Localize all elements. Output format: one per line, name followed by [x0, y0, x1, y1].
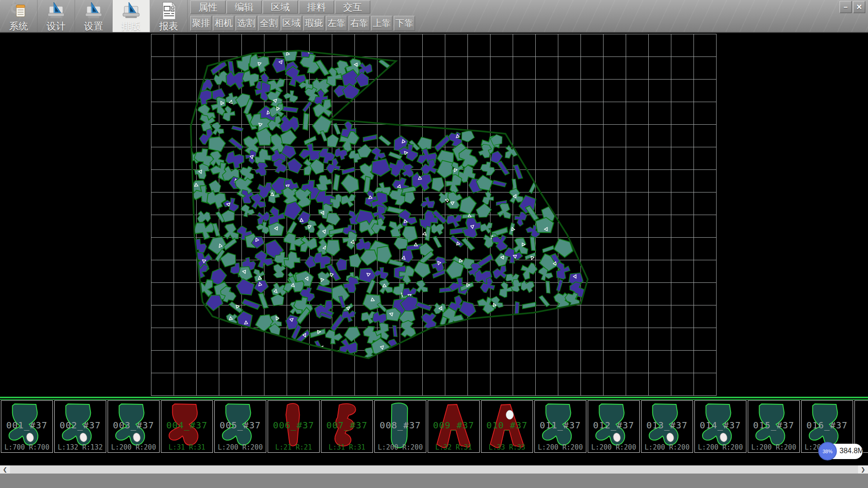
ruler-icon [46, 1, 66, 21]
tool-button-defect[interactable]: 瑕疵 [303, 16, 325, 31]
piece-id-label: 012_#37 [588, 420, 639, 431]
window-controls: – ✕ [840, 1, 865, 13]
menu-tab-edit[interactable]: 编辑 [226, 0, 262, 14]
piece-count-label: L:200 R:200 [535, 443, 586, 451]
piece-thumbnail[interactable]: 011_#37L:200 R:200 [534, 400, 586, 453]
tool-button-select-cut[interactable]: 选割 [236, 16, 257, 31]
piece-thumbnail[interactable]: 002_#37L:132 R:132 [54, 400, 106, 453]
tool-button-align-right[interactable]: 右靠 [349, 16, 370, 31]
piece-count-label: L:200 R:200 [642, 443, 693, 451]
piece-thumbnail[interactable]: 001_#37L:700 R:700 [1, 400, 53, 453]
app-button-layout[interactable]: 排版 [113, 0, 150, 32]
piece-count-label: L:200 R:200 [588, 443, 639, 451]
app-button-label: 设置 [84, 21, 103, 31]
ruler-icon [121, 1, 142, 21]
bottom-gray-strip [0, 474, 868, 488]
report-icon [158, 1, 179, 21]
piece-id-label: 011_#37 [535, 420, 586, 431]
app-button-settings[interactable]: 设置 [75, 0, 113, 32]
piece-count-label: L:200 R:200 [108, 443, 159, 451]
menu-tab-properties[interactable]: 属性 [190, 0, 226, 14]
piece-thumbnail[interactable]: 012_#37L:200 R:200 [588, 400, 640, 453]
piece-thumbnail[interactable]: 007_#37L:31 R:31 [321, 400, 373, 453]
memory-usage-label: 384.8M [840, 447, 863, 455]
menu-block: 属性编辑区域排料交互 聚排相机选割全割区域瑕疵左靠右靠上靠下靠 [190, 0, 416, 32]
tool-button-align-top[interactable]: 上靠 [371, 16, 392, 31]
ruler-icon [83, 1, 104, 21]
scrollbar-track[interactable] [10, 465, 858, 474]
piece-thumbnail[interactable]: 013_#37L:200 R:200 [641, 400, 693, 453]
memory-progress-badge[interactable]: 38% 384.8M [819, 444, 863, 459]
tool-button-region[interactable]: 区域 [281, 16, 302, 31]
gear-notes-icon [8, 1, 29, 21]
app-button-report[interactable]: 报表 [150, 0, 188, 32]
app-button-label: 排版 [122, 21, 141, 31]
piece-id-label: 009_#37 [428, 420, 479, 431]
app-button-system[interactable]: 系统 [0, 0, 38, 32]
piece-thumbnail[interactable]: 008_#37L:200 R:200 [374, 400, 426, 453]
app-launcher: 系统设计设置排版报表 [0, 0, 188, 32]
app-button-design[interactable]: 设计 [38, 0, 75, 32]
piece-thumbnail[interactable]: 003_#37L:200 R:200 [108, 400, 160, 453]
piece-thumbnail[interactable]: 006_#37L:21 R:21 [268, 400, 320, 453]
menu-tab-nesting[interactable]: 排料 [299, 0, 334, 14]
piece-id-label: 003_#37 [108, 420, 159, 431]
menu-tab-interact[interactable]: 交互 [335, 0, 370, 14]
piece-id-label: 016_#37 [802, 420, 853, 431]
app-button-label: 系统 [9, 21, 28, 31]
piece-count-label: L:200 R:200 [748, 443, 799, 451]
menu-tab-region[interactable]: 区域 [263, 0, 298, 14]
minimize-button[interactable]: – [840, 1, 852, 13]
piece-thumbnail-list: 001_#37L:700 R:700002_#37L:132 R:132003_… [1, 400, 868, 454]
piece-id-label: 015_#37 [748, 420, 799, 431]
piece-thumbnail[interactable]: 010_#37L:33 R:33 [481, 400, 533, 453]
piece-count-label: L:700 R:700 [1, 443, 52, 451]
piece-shape-preview [857, 401, 868, 452]
piece-thumbnail[interactable]: 004_#37L:31 R:31 [161, 400, 213, 453]
tool-button-align-left[interactable]: 左靠 [326, 16, 347, 31]
minimize-icon: – [844, 3, 848, 11]
progress-percent: 38% [822, 449, 832, 454]
nesting-layout-svg [0, 33, 868, 397]
piece-count-label: L:33 R:33 [481, 443, 533, 451]
scroll-right-arrow-icon[interactable]: ❯ [858, 465, 868, 474]
horizontal-scrollbar[interactable]: ❮ ❯ [0, 465, 868, 474]
progress-percent-badge: 38% [818, 442, 837, 460]
piece-thumbnail[interactable]: 009_#37L:32 R:31 [428, 400, 480, 453]
piece-thumbnail-strip: 001_#37L:700 R:700002_#37L:132 R:132003_… [0, 397, 868, 465]
nesting-canvas[interactable] [0, 33, 868, 397]
application-window: 系统设计设置排版报表 属性编辑区域排料交互 聚排相机选割全割区域瑕疵左靠右靠上靠… [0, 0, 868, 488]
piece-id-label: 002_#37 [55, 420, 106, 431]
piece-id-label: 010_#37 [481, 420, 533, 431]
tool-button-row: 聚排相机选割全割区域瑕疵左靠右靠上靠下靠 [190, 16, 416, 32]
piece-id-label: 004_#37 [161, 420, 212, 431]
piece-id-label: 007_#37 [321, 420, 373, 431]
piece-count-label: L:31 R:31 [161, 443, 212, 451]
main-toolbar: 系统设计设置排版报表 属性编辑区域排料交互 聚排相机选割全割区域瑕疵左靠右靠上靠… [0, 0, 868, 33]
strip-divider-line [0, 397, 868, 398]
tool-button-camera[interactable]: 相机 [213, 16, 234, 31]
tool-button-cluster-nest[interactable]: 聚排 [190, 16, 212, 31]
piece-id-label: 008_#37 [375, 420, 426, 431]
menu-tab-row: 属性编辑区域排料交互 [190, 0, 416, 14]
app-button-label: 设计 [47, 21, 66, 31]
close-button[interactable]: ✕ [853, 1, 865, 13]
piece-count-label: L:132 R:132 [55, 443, 106, 451]
piece-thumbnail[interactable]: 015_#37L:200 R:200 [748, 400, 800, 453]
piece-id-label: 005_#37 [215, 420, 266, 431]
strip-divider-line-2 [0, 399, 868, 400]
nested-pieces-layer [184, 43, 587, 362]
piece-count-label: L:200 R:200 [695, 443, 746, 451]
app-button-label: 报表 [159, 21, 178, 31]
tool-button-cut-all[interactable]: 全割 [258, 16, 279, 31]
scroll-left-arrow-icon[interactable]: ❮ [0, 465, 10, 474]
piece-id-label: 014_#37 [695, 420, 746, 431]
piece-count-label: L:200 R:200 [215, 443, 266, 451]
close-icon: ✕ [856, 3, 862, 11]
piece-id-label: 001_#37 [1, 420, 52, 431]
piece-id-label: 013_#37 [642, 420, 693, 431]
piece-id-label: 006_#37 [268, 420, 319, 431]
piece-thumbnail[interactable]: 005_#37L:200 R:200 [214, 400, 266, 453]
piece-thumbnail[interactable]: 014_#37L:200 R:200 [694, 400, 746, 453]
tool-button-align-bottom[interactable]: 下靠 [394, 16, 415, 31]
